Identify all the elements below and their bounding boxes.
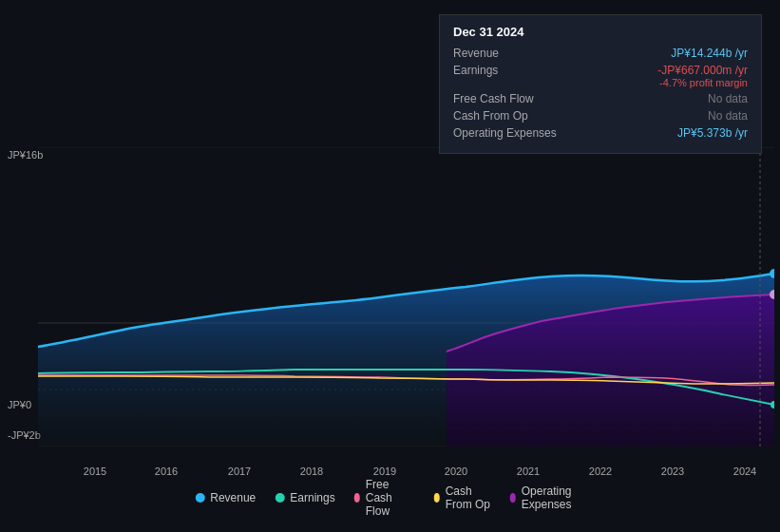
tooltip-value-revenue: JP¥14.244b /yr xyxy=(671,47,748,60)
x-label-2020: 2020 xyxy=(445,466,467,477)
x-label-2023: 2023 xyxy=(661,466,684,477)
tooltip-label-opex: Operating Expenses xyxy=(453,126,557,140)
y-label-mid: JP¥0 xyxy=(8,399,31,410)
x-label-2015: 2015 xyxy=(84,466,106,477)
legend-dot-opex xyxy=(510,493,516,503)
legend-dot-revenue xyxy=(195,493,204,503)
legend-item-fcf[interactable]: Free Cash Flow xyxy=(354,478,415,518)
legend-label-revenue: Revenue xyxy=(210,491,256,504)
tooltip-row-revenue: Revenue JP¥14.244b /yr xyxy=(453,47,748,60)
tooltip-value-cfo: No data xyxy=(708,109,748,123)
legend-label-earnings: Earnings xyxy=(290,491,334,504)
chart-svg xyxy=(38,147,774,446)
chart-container: Dec 31 2024 Revenue JP¥14.244b /yr Earni… xyxy=(0,0,780,532)
x-label-2022: 2022 xyxy=(589,466,612,477)
tooltip-label-revenue: Revenue xyxy=(453,47,499,60)
tooltip-row-cfo: Cash From Op No data xyxy=(453,109,748,123)
x-label-2024: 2024 xyxy=(733,466,756,477)
legend-dot-cfo xyxy=(434,493,440,503)
x-label-2018: 2018 xyxy=(300,466,323,477)
legend-label-fcf: Free Cash Flow xyxy=(366,478,415,518)
y-label-bottom: -JP¥2b xyxy=(8,429,41,441)
legend-item-cfo[interactable]: Cash From Op xyxy=(434,484,491,511)
tooltip-value-earnings: -JP¥667.000m /yr -4.7% profit margin xyxy=(657,64,748,88)
legend: Revenue Earnings Free Cash Flow Cash Fro… xyxy=(195,478,585,518)
tooltip-box: Dec 31 2024 Revenue JP¥14.244b /yr Earni… xyxy=(439,14,762,154)
legend-dot-fcf xyxy=(354,493,360,503)
x-label-2019: 2019 xyxy=(373,466,396,477)
legend-label-cfo: Cash From Op xyxy=(446,484,491,511)
tooltip-row-fcf: Free Cash Flow No data xyxy=(453,92,748,105)
legend-item-earnings[interactable]: Earnings xyxy=(275,491,334,504)
legend-label-opex: Operating Expenses xyxy=(522,484,585,511)
x-label-2016: 2016 xyxy=(155,466,178,477)
legend-dot-earnings xyxy=(275,493,284,503)
tooltip-label-cfo: Cash From Op xyxy=(453,109,528,123)
tooltip-value-opex: JP¥5.373b /yr xyxy=(677,126,748,140)
tooltip-row-earnings: Earnings -JP¥667.000m /yr -4.7% profit m… xyxy=(453,64,748,88)
x-label-2021: 2021 xyxy=(517,466,540,477)
tooltip-label-fcf: Free Cash Flow xyxy=(453,92,534,105)
tooltip-value-fcf: No data xyxy=(708,92,748,105)
tooltip-row-opex: Operating Expenses JP¥5.373b /yr xyxy=(453,126,748,140)
legend-item-opex[interactable]: Operating Expenses xyxy=(510,484,585,511)
x-label-2017: 2017 xyxy=(228,466,251,477)
legend-item-revenue[interactable]: Revenue xyxy=(195,491,256,504)
tooltip-title: Dec 31 2024 xyxy=(453,25,748,39)
tooltip-label-earnings: Earnings xyxy=(453,64,498,77)
